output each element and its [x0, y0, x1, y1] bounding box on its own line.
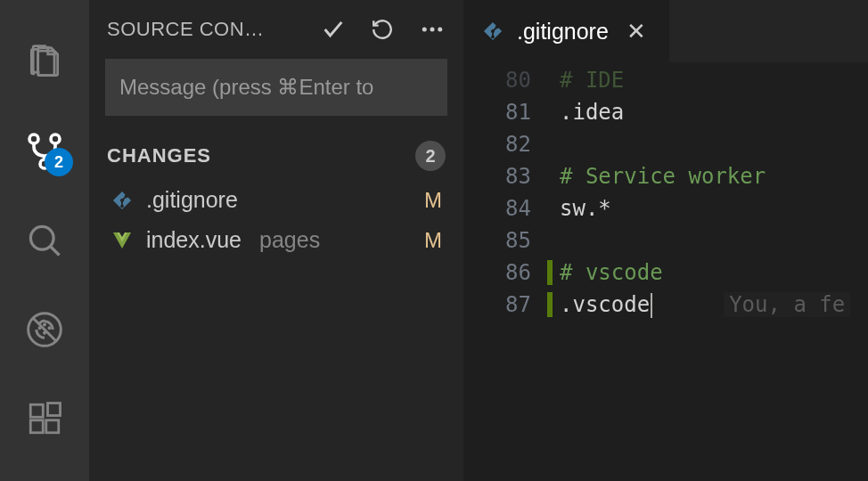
svg-point-9	[422, 28, 427, 32]
text-cursor	[651, 293, 652, 318]
svg-point-16	[495, 26, 499, 29]
commit-message-input[interactable]	[105, 59, 447, 116]
changes-title: CHANGES	[107, 144, 415, 167]
editor-line[interactable]: 84sw.*	[463, 192, 868, 224]
line-number: 84	[463, 196, 560, 221]
line-number: 82	[463, 132, 560, 157]
line-number: 83	[463, 164, 560, 189]
editor-tab[interactable]: .gitignore ✕	[463, 0, 670, 62]
svg-rect-6	[30, 420, 43, 433]
svg-point-10	[430, 28, 435, 32]
file-name: index.vue	[146, 227, 242, 253]
editor-content[interactable]: 80# IDE81.idea8283# Service worker84sw.*…	[463, 62, 868, 481]
change-item[interactable]: index.vuepagesM	[89, 220, 463, 260]
git-blame-annotation: You, a fe	[724, 292, 850, 317]
file-path: pages	[259, 227, 320, 253]
changes-count: 2	[415, 141, 446, 171]
file-icon	[111, 189, 134, 212]
gitignore-file-icon	[481, 20, 504, 43]
svg-point-3	[30, 226, 53, 249]
diff-added-marker	[547, 260, 553, 285]
scm-badge: 2	[45, 148, 73, 176]
editor-line[interactable]: 83# Service worker	[463, 160, 868, 192]
line-number: 80	[463, 68, 560, 93]
code-text: # vscode	[560, 260, 663, 285]
line-number: 85	[463, 228, 560, 253]
modified-status: M	[424, 228, 442, 253]
line-number: 86	[463, 260, 560, 285]
editor-line[interactable]: 87.vscodeYou, a fe	[463, 289, 868, 321]
tab-label: .gitignore	[517, 19, 609, 45]
diff-added-marker	[547, 292, 553, 317]
line-number: 87	[463, 292, 560, 317]
editor-area: .gitignore ✕ 80# IDE81.idea8283# Service…	[463, 0, 868, 481]
source-control-panel: SOURCE CON… CHANGES 2 .gitignoreMindex.v…	[89, 0, 463, 481]
svg-point-0	[29, 135, 38, 143]
tab-bar: .gitignore ✕	[463, 0, 868, 62]
changes-list: .gitignoreMindex.vuepagesM	[89, 180, 463, 260]
panel-title: SOURCE CON…	[107, 18, 310, 41]
editor-line[interactable]: 86# vscode	[463, 257, 868, 289]
more-icon[interactable]	[419, 16, 446, 43]
commit-icon[interactable]	[321, 17, 346, 42]
code-text: .idea	[560, 100, 624, 125]
svg-point-13	[125, 194, 128, 198]
code-text: # Service worker	[560, 164, 766, 189]
change-item[interactable]: .gitignoreM	[89, 180, 463, 220]
svg-point-14	[120, 204, 124, 208]
editor-line[interactable]: 81.idea	[463, 96, 868, 128]
code-text: # IDE	[560, 68, 624, 93]
file-name: .gitignore	[146, 187, 238, 213]
file-icon	[111, 229, 134, 252]
code-text: .vscodeYou, a fe	[560, 292, 850, 318]
refresh-icon[interactable]	[371, 18, 394, 41]
source-control-icon[interactable]: 2	[0, 107, 89, 196]
extensions-icon[interactable]	[0, 374, 89, 463]
svg-rect-8	[48, 404, 61, 416]
svg-point-11	[438, 28, 442, 32]
svg-point-17	[491, 36, 495, 39]
editor-line[interactable]: 85	[463, 224, 868, 257]
close-icon[interactable]: ✕	[621, 16, 651, 47]
modified-status: M	[424, 188, 442, 213]
explorer-icon[interactable]	[0, 18, 89, 107]
svg-rect-7	[46, 420, 59, 433]
search-icon[interactable]	[0, 196, 89, 285]
editor-line[interactable]: 82	[463, 128, 868, 160]
line-number: 81	[463, 100, 560, 125]
svg-rect-5	[30, 404, 43, 417]
code-text: sw.*	[560, 196, 611, 221]
changes-header[interactable]: CHANGES 2	[89, 132, 463, 180]
activity-bar: 2	[0, 0, 89, 481]
panel-header: SOURCE CON…	[89, 0, 463, 53]
debug-icon[interactable]	[0, 285, 89, 374]
svg-point-1	[51, 135, 60, 143]
editor-line[interactable]: 80# IDE	[463, 64, 868, 96]
